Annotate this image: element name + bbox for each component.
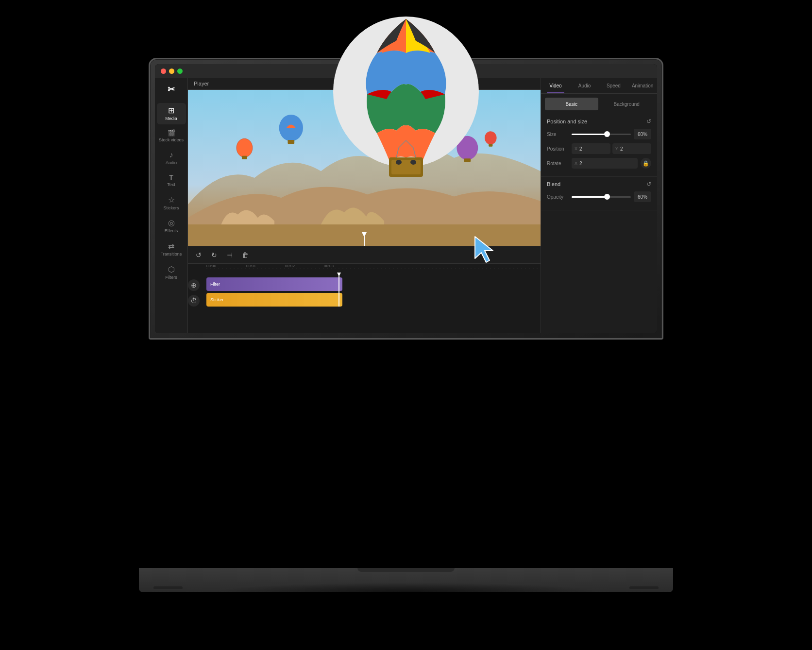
position-size-reset[interactable]: ↺ — [646, 118, 651, 125]
track-container: ⊕ ⏱ Filter S — [188, 274, 541, 307]
opacity-slider[interactable] — [572, 196, 631, 198]
sidebar-item-effects[interactable]: ◎ Effects — [157, 215, 186, 237]
tab-animation-label: Animation — [632, 83, 653, 88]
ruler-mark-1: 00:01 — [246, 264, 256, 268]
position-size-header: Position and size ↺ — [547, 118, 651, 125]
svg-point-8 — [410, 160, 416, 165]
size-slider-fill — [572, 134, 607, 135]
tracks: Filter Sticker — [206, 277, 541, 307]
audio-icon: ♪ — [169, 151, 173, 159]
position-size-section: Position and size ↺ Size 60% — [541, 114, 657, 177]
size-label: Size — [547, 132, 569, 137]
sidebar-item-transitions[interactable]: ⇄ Transitions — [157, 239, 186, 260]
floating-clip-container: CapCut_01.MOV 00:00:07 — [375, 229, 657, 265]
tab-audio-label: Audio — [578, 83, 591, 88]
size-value[interactable]: 60% — [634, 129, 651, 139]
redo-button[interactable]: ↻ — [209, 250, 219, 260]
rotate-row: Rotate X 2 🔒 — [547, 158, 651, 169]
opacity-value[interactable]: 60% — [634, 191, 651, 202]
stock-videos-icon: 🎬 — [168, 129, 175, 137]
media-icon: ⊞ — [168, 106, 174, 115]
rotate-inputs: X 2 — [572, 158, 638, 169]
tab-video-label: Video — [549, 83, 561, 88]
svg-point-22 — [485, 131, 497, 144]
player-label: Player — [194, 81, 209, 86]
tab-speed-label: Speed — [607, 83, 621, 88]
sub-tab-basic-label: Basic — [566, 102, 577, 107]
main-balloon — [328, 14, 484, 194]
laptop-shadow — [212, 582, 600, 602]
close-button[interactable] — [161, 68, 166, 74]
blend-reset[interactable]: ↺ — [646, 181, 651, 188]
tab-audio[interactable]: Audio — [570, 78, 599, 93]
filter-track[interactable]: Filter — [206, 277, 342, 291]
timeline-ruler: 00:00 00:01 00:02 00:03 — [188, 264, 541, 274]
position-x-input[interactable]: X 2 — [572, 143, 610, 154]
size-row: Size 60% — [547, 129, 651, 139]
position-y-label: Y — [615, 146, 618, 151]
timeline-playhead — [338, 274, 339, 307]
sidebar-label-effects: Effects — [165, 229, 178, 234]
effects-icon: ◎ — [168, 218, 175, 227]
panel-sub-tabs: Basic Background — [541, 94, 657, 114]
opacity-label: Opacity — [547, 194, 569, 200]
delete-button[interactable]: 🗑 — [240, 250, 250, 260]
maximize-button[interactable] — [177, 68, 183, 74]
position-size-title: Position and size — [547, 119, 587, 124]
position-row: Position X 2 Y 2 — [547, 143, 651, 154]
sidebar-item-text[interactable]: T Text — [157, 171, 186, 190]
split-button[interactable]: ⊣ — [225, 250, 235, 260]
svg-rect-23 — [489, 144, 492, 146]
sidebar-item-filters[interactable]: ⬡ Filters — [157, 262, 186, 283]
ruler-dots — [206, 269, 541, 269]
add-track-button[interactable]: ⏱ — [188, 295, 200, 307]
position-x-label: X — [575, 146, 577, 151]
sidebar-label-stock: Stock videos — [159, 138, 184, 143]
laptop-hinge — [357, 568, 455, 572]
rotate-x-label: X — [575, 161, 577, 166]
laptop-foot-right — [629, 586, 659, 589]
rotate-lock-button[interactable]: 🔒 — [641, 158, 651, 169]
stickers-icon: ☆ — [168, 195, 175, 205]
tab-video[interactable]: Video — [541, 78, 570, 93]
blend-header: Blend ↺ — [547, 181, 651, 188]
opacity-row: Opacity 60% — [547, 191, 651, 202]
add-media-button[interactable]: ⊕ — [188, 279, 200, 291]
size-slider[interactable] — [572, 134, 631, 135]
sidebar-item-audio[interactable]: ♪ Audio — [157, 148, 186, 169]
panel-tabs: Video Audio Speed Animation — [541, 78, 657, 94]
sub-tab-background[interactable]: Background — [600, 98, 654, 110]
opacity-slider-thumb[interactable] — [604, 194, 610, 200]
filters-icon: ⬡ — [168, 265, 175, 274]
sidebar-item-stickers[interactable]: ☆ Stickers — [157, 192, 186, 214]
tab-speed[interactable]: Speed — [599, 78, 628, 93]
transitions-icon: ⇄ — [168, 241, 174, 251]
tab-animation[interactable]: Animation — [628, 78, 657, 93]
sub-tab-background-label: Background — [614, 102, 640, 107]
laptop-wrapper: ✂ ⊞ Media 🎬 Stock videos ♪ Audio — [139, 58, 673, 592]
svg-rect-15 — [288, 140, 294, 144]
minimize-button[interactable] — [169, 68, 174, 74]
size-slider-thumb[interactable] — [604, 131, 610, 137]
laptop-foot-left — [153, 586, 183, 589]
svg-point-7 — [396, 160, 402, 165]
sidebar-item-stock-videos[interactable]: 🎬 Stock videos — [157, 126, 186, 146]
sticker-track[interactable]: Sticker — [206, 293, 342, 307]
sidebar: ✂ ⊞ Media 🎬 Stock videos ♪ Audio — [155, 78, 188, 333]
position-label: Position — [547, 146, 569, 152]
sidebar-item-media[interactable]: ⊞ Media — [157, 103, 186, 124]
cursor-arrow — [473, 234, 657, 265]
ruler-mark-0: 00:00 — [206, 264, 216, 268]
undo-button[interactable]: ↺ — [194, 250, 203, 260]
position-y-value: 2 — [620, 146, 623, 152]
ruler-mark-2: 00:02 — [285, 264, 295, 268]
rotate-x-input[interactable]: X 2 — [572, 158, 638, 169]
position-y-input[interactable]: Y 2 — [612, 143, 651, 154]
sidebar-label-text: Text — [167, 183, 175, 188]
playhead-head — [337, 273, 341, 276]
sub-tab-basic[interactable]: Basic — [545, 98, 598, 110]
position-x-value: 2 — [579, 146, 582, 152]
add-buttons: ⊕ ⏱ — [188, 279, 200, 307]
sidebar-label-transitions: Transitions — [161, 252, 182, 257]
video-playhead — [364, 236, 365, 246]
